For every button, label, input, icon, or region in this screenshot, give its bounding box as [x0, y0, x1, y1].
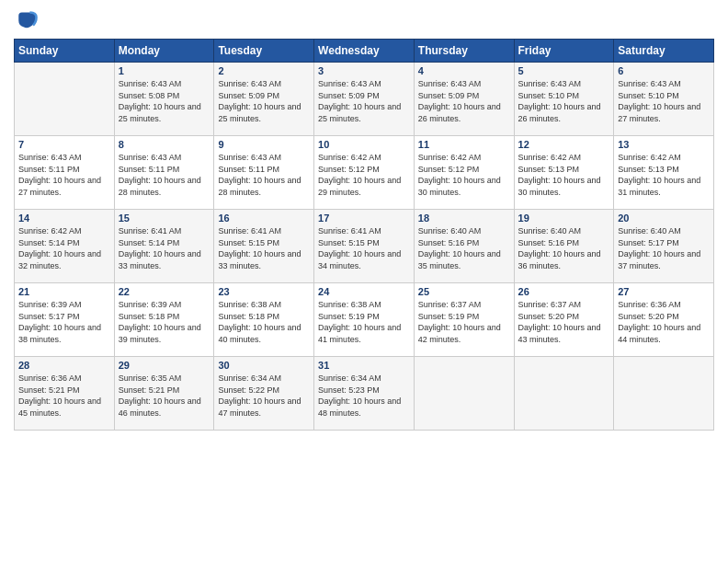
logo	[14, 9, 43, 35]
day-info: Sunrise: 6:40 AM Sunset: 5:16 PM Dayligh…	[418, 225, 510, 271]
day-number: 29	[119, 360, 210, 371]
day-cell: 9Sunrise: 6:43 AM Sunset: 5:11 PM Daylig…	[214, 136, 314, 210]
day-number: 17	[318, 213, 410, 224]
calendar-table: SundayMondayTuesdayWednesdayThursdayFrid…	[14, 39, 714, 431]
header-row: SundayMondayTuesdayWednesdayThursdayFrid…	[15, 40, 714, 63]
day-cell: 16Sunrise: 6:41 AM Sunset: 5:15 PM Dayli…	[214, 210, 314, 283]
logo-icon	[14, 9, 40, 35]
week-row-3: 14Sunrise: 6:42 AM Sunset: 5:14 PM Dayli…	[15, 210, 714, 283]
day-number: 10	[318, 139, 410, 150]
header-cell-saturday: Saturday	[614, 40, 714, 63]
day-info: Sunrise: 6:39 AM Sunset: 5:18 PM Dayligh…	[119, 299, 210, 345]
day-number: 24	[318, 286, 410, 297]
header-cell-thursday: Thursday	[414, 40, 514, 63]
day-number: 8	[119, 139, 210, 150]
day-info: Sunrise: 6:41 AM Sunset: 5:15 PM Dayligh…	[218, 225, 310, 271]
day-cell: 21Sunrise: 6:39 AM Sunset: 5:17 PM Dayli…	[15, 283, 115, 357]
day-cell: 24Sunrise: 6:38 AM Sunset: 5:19 PM Dayli…	[314, 283, 415, 357]
day-number: 14	[18, 213, 110, 224]
day-info: Sunrise: 6:41 AM Sunset: 5:14 PM Dayligh…	[119, 225, 210, 271]
day-info: Sunrise: 6:42 AM Sunset: 5:12 PM Dayligh…	[318, 152, 410, 198]
day-info: Sunrise: 6:42 AM Sunset: 5:13 PM Dayligh…	[518, 152, 610, 198]
day-cell: 29Sunrise: 6:35 AM Sunset: 5:21 PM Dayli…	[114, 357, 214, 431]
day-info: Sunrise: 6:43 AM Sunset: 5:11 PM Dayligh…	[218, 152, 310, 198]
header-cell-tuesday: Tuesday	[214, 40, 314, 63]
day-cell: 1Sunrise: 6:43 AM Sunset: 5:08 PM Daylig…	[114, 63, 214, 136]
day-number: 27	[618, 286, 710, 297]
day-cell: 23Sunrise: 6:38 AM Sunset: 5:18 PM Dayli…	[214, 283, 314, 357]
day-info: Sunrise: 6:43 AM Sunset: 5:10 PM Dayligh…	[618, 78, 710, 124]
day-number: 19	[518, 213, 610, 224]
day-number: 3	[318, 65, 410, 76]
day-number: 5	[518, 65, 610, 76]
day-cell: 4Sunrise: 6:43 AM Sunset: 5:09 PM Daylig…	[414, 63, 514, 136]
day-info: Sunrise: 6:38 AM Sunset: 5:18 PM Dayligh…	[218, 299, 310, 345]
day-info: Sunrise: 6:42 AM Sunset: 5:13 PM Dayligh…	[618, 152, 710, 198]
day-number: 28	[18, 360, 110, 371]
day-cell: 28Sunrise: 6:36 AM Sunset: 5:21 PM Dayli…	[15, 357, 115, 431]
day-number: 22	[119, 286, 210, 297]
day-info: Sunrise: 6:40 AM Sunset: 5:16 PM Dayligh…	[518, 225, 610, 271]
day-info: Sunrise: 6:34 AM Sunset: 5:23 PM Dayligh…	[318, 373, 410, 419]
day-number: 12	[518, 139, 610, 150]
day-cell: 8Sunrise: 6:43 AM Sunset: 5:11 PM Daylig…	[114, 136, 214, 210]
day-number: 23	[218, 286, 310, 297]
header-cell-sunday: Sunday	[15, 40, 115, 63]
day-cell: 6Sunrise: 6:43 AM Sunset: 5:10 PM Daylig…	[614, 63, 714, 136]
day-info: Sunrise: 6:40 AM Sunset: 5:17 PM Dayligh…	[618, 225, 710, 271]
header-cell-monday: Monday	[114, 40, 214, 63]
day-cell: 11Sunrise: 6:42 AM Sunset: 5:12 PM Dayli…	[414, 136, 514, 210]
day-cell: 5Sunrise: 6:43 AM Sunset: 5:10 PM Daylig…	[514, 63, 614, 136]
day-info: Sunrise: 6:38 AM Sunset: 5:19 PM Dayligh…	[318, 299, 410, 345]
day-info: Sunrise: 6:43 AM Sunset: 5:11 PM Dayligh…	[119, 152, 210, 198]
day-cell	[614, 357, 714, 431]
day-info: Sunrise: 6:37 AM Sunset: 5:20 PM Dayligh…	[518, 299, 610, 345]
header	[14, 9, 714, 35]
day-number: 18	[418, 213, 510, 224]
day-number: 15	[119, 213, 210, 224]
week-row-4: 21Sunrise: 6:39 AM Sunset: 5:17 PM Dayli…	[15, 283, 714, 357]
day-info: Sunrise: 6:41 AM Sunset: 5:15 PM Dayligh…	[318, 225, 410, 271]
header-cell-friday: Friday	[514, 40, 614, 63]
week-row-1: 1Sunrise: 6:43 AM Sunset: 5:08 PM Daylig…	[15, 63, 714, 136]
week-row-2: 7Sunrise: 6:43 AM Sunset: 5:11 PM Daylig…	[15, 136, 714, 210]
week-row-5: 28Sunrise: 6:36 AM Sunset: 5:21 PM Dayli…	[15, 357, 714, 431]
day-number: 4	[418, 65, 510, 76]
page-container: SundayMondayTuesdayWednesdayThursdayFrid…	[0, 0, 728, 440]
day-info: Sunrise: 6:35 AM Sunset: 5:21 PM Dayligh…	[119, 373, 210, 419]
day-info: Sunrise: 6:36 AM Sunset: 5:20 PM Dayligh…	[618, 299, 710, 345]
day-info: Sunrise: 6:34 AM Sunset: 5:22 PM Dayligh…	[218, 373, 310, 419]
day-cell: 17Sunrise: 6:41 AM Sunset: 5:15 PM Dayli…	[314, 210, 415, 283]
day-info: Sunrise: 6:43 AM Sunset: 5:11 PM Dayligh…	[18, 152, 110, 198]
day-info: Sunrise: 6:43 AM Sunset: 5:09 PM Dayligh…	[318, 78, 410, 124]
day-cell: 25Sunrise: 6:37 AM Sunset: 5:19 PM Dayli…	[414, 283, 514, 357]
header-cell-wednesday: Wednesday	[314, 40, 415, 63]
day-info: Sunrise: 6:43 AM Sunset: 5:09 PM Dayligh…	[418, 78, 510, 124]
day-info: Sunrise: 6:43 AM Sunset: 5:08 PM Dayligh…	[119, 78, 210, 124]
day-number: 7	[18, 139, 110, 150]
day-number: 6	[618, 65, 710, 76]
day-cell	[15, 63, 115, 136]
day-cell: 30Sunrise: 6:34 AM Sunset: 5:22 PM Dayli…	[214, 357, 314, 431]
day-info: Sunrise: 6:43 AM Sunset: 5:10 PM Dayligh…	[518, 78, 610, 124]
day-cell: 26Sunrise: 6:37 AM Sunset: 5:20 PM Dayli…	[514, 283, 614, 357]
day-cell: 3Sunrise: 6:43 AM Sunset: 5:09 PM Daylig…	[314, 63, 415, 136]
day-number: 13	[618, 139, 710, 150]
day-cell: 7Sunrise: 6:43 AM Sunset: 5:11 PM Daylig…	[15, 136, 115, 210]
day-info: Sunrise: 6:42 AM Sunset: 5:12 PM Dayligh…	[418, 152, 510, 198]
day-info: Sunrise: 6:43 AM Sunset: 5:09 PM Dayligh…	[218, 78, 310, 124]
day-info: Sunrise: 6:42 AM Sunset: 5:14 PM Dayligh…	[18, 225, 110, 271]
day-cell: 10Sunrise: 6:42 AM Sunset: 5:12 PM Dayli…	[314, 136, 415, 210]
day-cell: 20Sunrise: 6:40 AM Sunset: 5:17 PM Dayli…	[614, 210, 714, 283]
day-number: 11	[418, 139, 510, 150]
day-cell: 15Sunrise: 6:41 AM Sunset: 5:14 PM Dayli…	[114, 210, 214, 283]
day-number: 9	[218, 139, 310, 150]
day-number: 31	[318, 360, 410, 371]
day-cell	[514, 357, 614, 431]
day-cell: 13Sunrise: 6:42 AM Sunset: 5:13 PM Dayli…	[614, 136, 714, 210]
day-cell: 19Sunrise: 6:40 AM Sunset: 5:16 PM Dayli…	[514, 210, 614, 283]
day-number: 2	[218, 65, 310, 76]
day-number: 30	[218, 360, 310, 371]
day-info: Sunrise: 6:37 AM Sunset: 5:19 PM Dayligh…	[418, 299, 510, 345]
day-number: 1	[119, 65, 210, 76]
